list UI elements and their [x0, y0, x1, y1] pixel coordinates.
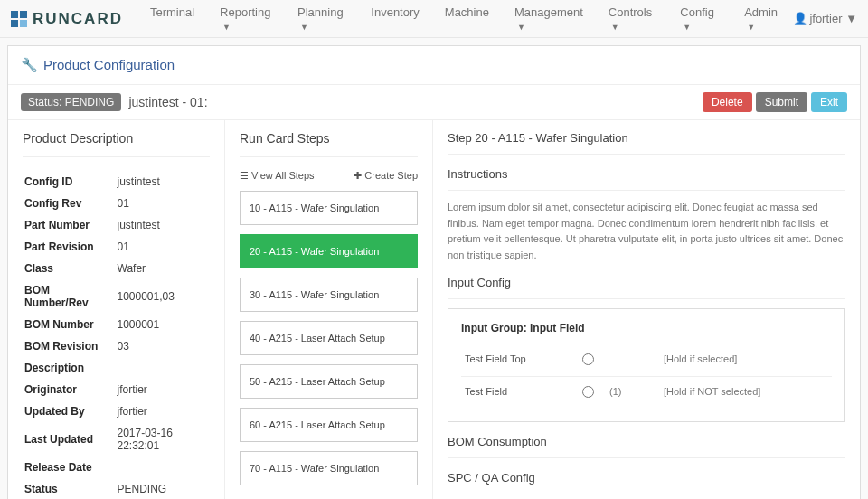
step-card[interactable]: 50 - A215 - Laser Attach Setup: [240, 364, 418, 399]
desc-value: justintest: [118, 172, 209, 192]
input-config-heading: Input Config: [448, 276, 845, 299]
input-hold: [Hold if selected]: [664, 353, 828, 364]
desc-row: Description: [24, 358, 208, 378]
desc-row: Config IDjustintest: [24, 172, 208, 192]
user-menu[interactable]: 👤jfortier ▼: [793, 12, 857, 25]
view-all-steps[interactable]: ☰ View All Steps: [240, 170, 315, 182]
steps-tools: ☰ View All Steps ✚ Create Step: [240, 170, 418, 182]
step-card[interactable]: 40 - A215 - Laser Attach Setup: [240, 321, 418, 355]
bom-heading: BOM Consumption: [448, 435, 845, 458]
description-table: Config IDjustintestConfig Rev01Part Numb…: [23, 170, 210, 499]
delete-button[interactable]: Delete: [703, 92, 752, 112]
submit-button[interactable]: Submit: [756, 92, 807, 112]
top-nav: RUNCARD TerminalReporting ▼Planning ▼Inv…: [0, 0, 868, 38]
nav-controls[interactable]: Controls ▼: [598, 0, 666, 42]
mid-title: Run Card Steps: [240, 131, 418, 157]
desc-value: 2017-03-16 22:32:01: [118, 423, 209, 456]
desc-value: 1000001,03: [118, 280, 209, 313]
page-title: Product Configuration: [43, 57, 175, 72]
desc-row: Last Updated2017-03-16 22:32:01: [24, 423, 208, 456]
desc-row: Updated Byjfortier: [24, 401, 208, 421]
instructions-heading: Instructions: [448, 167, 845, 191]
desc-row: Release Date: [24, 457, 208, 477]
input-note: (1): [609, 386, 664, 397]
create-step[interactable]: ✚ Create Step: [354, 170, 418, 182]
exit-button[interactable]: Exit: [811, 92, 847, 112]
desc-value: [118, 457, 209, 477]
desc-value: Wafer: [118, 259, 209, 278]
desc-value: justintest: [118, 215, 209, 235]
step-card[interactable]: 10 - A115 - Wafer Singulation: [240, 191, 418, 225]
desc-value: jfortier: [118, 380, 209, 400]
desc-row: Originatorjfortier: [24, 380, 208, 400]
right-title: Step 20 - A115 - Wafer Singulation: [448, 131, 845, 155]
desc-label: Originator: [24, 380, 116, 400]
nav-reporting[interactable]: Reporting ▼: [209, 0, 283, 42]
desc-value: 03: [118, 336, 209, 356]
desc-row: Part Revision01: [24, 237, 208, 257]
action-buttons: Delete Submit Exit: [703, 92, 847, 112]
desc-label: BOM Number/Rev: [24, 280, 116, 313]
desc-value: jfortier: [118, 401, 209, 421]
step-card[interactable]: 20 - A115 - Wafer Singulation: [240, 234, 418, 268]
input-group: Input Group: Input Field Test Field Top[…: [448, 308, 845, 422]
input-row: Test Field(1)[Hold if NOT selected]: [461, 376, 832, 409]
mid-panel: Run Card Steps ☰ View All Steps ✚ Create…: [225, 120, 433, 499]
nav-config[interactable]: Config ▼: [669, 0, 730, 42]
desc-label: Part Revision: [24, 237, 116, 257]
brand-logo[interactable]: RUNCARD: [11, 10, 123, 28]
left-panel: Product Description Config IDjustintestC…: [8, 120, 225, 499]
right-panel: Step 20 - A115 - Wafer Singulation Instr…: [433, 120, 860, 499]
svg-rect-0: [11, 11, 18, 18]
instructions-text: Lorem ipsum dolor sit amet, consectetur …: [448, 200, 845, 263]
desc-label: BOM Revision: [24, 336, 116, 356]
wrench-icon: 🔧: [21, 57, 38, 72]
status-badge: Status: PENDING: [21, 93, 121, 111]
desc-label: Status: [24, 479, 116, 499]
input-radio[interactable]: [582, 386, 594, 398]
input-hold: [Hold if NOT selected]: [664, 386, 828, 397]
subheader: Status: PENDING justintest - 01: Delete …: [8, 85, 860, 120]
desc-value: 01: [118, 193, 209, 213]
desc-value: 1000001: [118, 315, 209, 334]
desc-row: BOM Number1000001: [24, 315, 208, 334]
desc-row: BOM Revision03: [24, 336, 208, 356]
spc-heading: SPC / QA Config: [448, 471, 845, 494]
steps-list: 10 - A115 - Wafer Singulation20 - A115 -…: [240, 191, 418, 485]
desc-row: Part Numberjustintest: [24, 215, 208, 235]
desc-label: Class: [24, 259, 116, 278]
desc-value: 01: [118, 237, 209, 257]
input-group-title: Input Group: Input Field: [461, 322, 832, 334]
desc-value: [118, 358, 209, 378]
desc-label: Release Date: [24, 457, 116, 477]
step-card[interactable]: 60 - A215 - Laser Attach Setup: [240, 408, 418, 442]
nav-terminal[interactable]: Terminal: [139, 0, 205, 42]
desc-row: BOM Number/Rev1000001,03: [24, 280, 208, 313]
desc-label: Description: [24, 358, 116, 378]
desc-label: BOM Number: [24, 315, 116, 334]
step-card[interactable]: 30 - A115 - Wafer Singulation: [240, 278, 418, 312]
nav-inventory[interactable]: Inventory: [360, 0, 429, 42]
left-title: Product Description: [23, 131, 210, 157]
desc-label: Last Updated: [24, 423, 116, 456]
input-row: Test Field Top[Hold if selected]: [461, 344, 832, 376]
desc-label: Updated By: [24, 401, 116, 421]
nav-planning[interactable]: Planning ▼: [287, 0, 356, 42]
nav-machine[interactable]: Machine: [434, 0, 500, 42]
desc-value: PENDING: [118, 479, 209, 499]
columns: Product Description Config IDjustintestC…: [8, 120, 860, 499]
nav-management[interactable]: Management ▼: [504, 0, 594, 42]
config-name: justintest - 01:: [128, 95, 207, 109]
nav-admin[interactable]: Admin ▼: [733, 0, 793, 42]
input-radio[interactable]: [582, 353, 594, 365]
desc-row: Config Rev01: [24, 193, 208, 213]
username: jfortier: [809, 12, 842, 25]
input-name: Test Field Top: [465, 353, 582, 364]
input-name: Test Field: [465, 386, 582, 397]
brand-text: RUNCARD: [33, 10, 123, 28]
step-card[interactable]: 70 - A115 - Wafer Singulation: [240, 451, 418, 485]
svg-rect-1: [20, 11, 27, 18]
nav-menu: TerminalReporting ▼Planning ▼InventoryMa…: [139, 0, 793, 42]
page: 🔧Product Configuration Status: PENDING j…: [7, 45, 861, 499]
svg-rect-3: [20, 20, 27, 27]
